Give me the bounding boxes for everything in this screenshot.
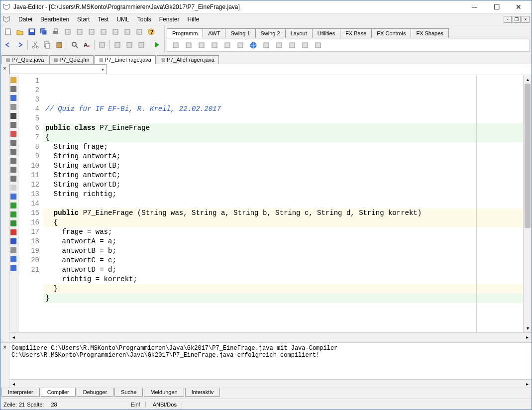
side-gray-rect-button[interactable] xyxy=(9,103,17,111)
menu-hilfe[interactable]: Hilfe xyxy=(183,14,203,24)
redo-button[interactable] xyxy=(14,39,25,50)
code-line-1[interactable]: // Quiz für IF EF-Bi, R. Krell, 22.02.20… xyxy=(43,104,523,114)
side-green-button[interactable] xyxy=(9,202,17,209)
bottom-tab-suche[interactable]: Suche xyxy=(114,388,143,397)
mdi-minimize-button[interactable]: - xyxy=(504,16,512,23)
side-green2-button[interactable] xyxy=(9,210,17,218)
side-table5-button[interactable] xyxy=(9,175,17,183)
console-scroll-left[interactable]: ◂ xyxy=(9,380,18,388)
file-tab-p7_quiz-jfm[interactable]: ⊠P7_Quiz.jfm xyxy=(49,55,94,64)
bottom-tab-interaktiv[interactable]: Interaktiv xyxy=(185,388,220,397)
save-all-button[interactable] xyxy=(38,26,49,37)
side-table4-button[interactable] xyxy=(9,166,17,174)
component-frame-t-button[interactable] xyxy=(287,40,298,51)
open-button[interactable] xyxy=(14,26,25,37)
code-line-7[interactable]: String antwortB; xyxy=(43,161,523,171)
print-button[interactable] xyxy=(50,26,61,37)
save-button[interactable] xyxy=(26,26,37,37)
side-bug2-button[interactable] xyxy=(9,228,17,236)
code-line-17[interactable]: antwortC = c; xyxy=(43,256,523,265)
indent-button[interactable] xyxy=(98,26,109,37)
code-line-3[interactable]: public class P7_EineFrage xyxy=(43,123,523,133)
struct-button[interactable] xyxy=(86,26,97,37)
bookmark-button[interactable] xyxy=(112,39,123,50)
watch-button[interactable] xyxy=(136,39,147,50)
side-bug-button[interactable] xyxy=(9,219,17,227)
bottom-tab-meldungen[interactable]: Meldungen xyxy=(144,388,184,397)
close-tab-icon[interactable]: ⊠ xyxy=(99,57,103,63)
code-line-11[interactable] xyxy=(43,199,523,208)
component-tab-utilities[interactable]: Utilities xyxy=(312,28,340,38)
side-table3-button[interactable] xyxy=(9,157,17,165)
component-new-file-button[interactable] xyxy=(170,40,181,51)
vertical-scrollbar[interactable]: ▴ ▾ xyxy=(523,75,532,332)
component-frame-l-button[interactable] xyxy=(222,40,233,51)
component-tab-awt[interactable]: AWT xyxy=(203,28,225,38)
code-line-12[interactable]: public P7_EineFrage (String was, String … xyxy=(43,208,523,218)
outdent-button[interactable] xyxy=(110,26,121,37)
code-line-9[interactable]: String antwortD; xyxy=(43,180,523,190)
horizontal-scrollbar[interactable]: ◂ ▸ xyxy=(9,332,532,341)
undo-list-button[interactable] xyxy=(62,26,73,37)
undo-button[interactable] xyxy=(2,39,13,50)
console-hscrollbar[interactable]: ◂ ▸ xyxy=(9,379,532,388)
menu-start[interactable]: Start xyxy=(73,14,94,24)
code-line-19[interactable]: richtig = korrekt; xyxy=(43,275,523,284)
component-tab-fx-shapes[interactable]: FX Shapes xyxy=(411,28,448,38)
maximize-button[interactable]: ☐ xyxy=(486,0,508,13)
side-rect-button[interactable] xyxy=(9,85,17,93)
code-line-14[interactable]: frage = was; xyxy=(43,227,523,237)
minimize-button[interactable]: ─ xyxy=(464,0,486,13)
side-gray-box-button[interactable] xyxy=(9,246,17,254)
scroll-left-button[interactable]: ◂ xyxy=(9,333,18,341)
code-line-10[interactable]: String richtig; xyxy=(43,190,523,199)
side-braces-button[interactable] xyxy=(9,112,17,120)
bottom-tab-interpreter[interactable]: Interpreter xyxy=(1,388,40,397)
bottom-tab-compiler[interactable]: Compiler xyxy=(41,388,76,397)
component-tab-fx-base[interactable]: FX Base xyxy=(340,28,372,38)
component-tab-programm[interactable]: Programm xyxy=(167,28,203,38)
console-scroll-right[interactable]: ▸ xyxy=(523,380,532,388)
component-open-file-button[interactable] xyxy=(183,40,194,51)
code-line-16[interactable]: antwortB = b; xyxy=(43,246,523,256)
close-button[interactable]: ✕ xyxy=(508,0,530,13)
brackets-button[interactable] xyxy=(122,26,133,37)
side-table-button[interactable] xyxy=(9,139,17,147)
scroll-thumb[interactable] xyxy=(525,84,531,228)
scroll-up-button[interactable]: ▴ xyxy=(524,75,532,84)
code-line-8[interactable]: String antwortC; xyxy=(43,171,523,180)
side-para-button[interactable] xyxy=(9,255,17,263)
copy-button[interactable] xyxy=(42,39,53,50)
menu-datei[interactable]: Datei xyxy=(14,14,36,24)
paste-button[interactable] xyxy=(54,39,65,50)
file-tab-p7_einefrage-java[interactable]: ⊠P7_EineFrage.java xyxy=(95,55,156,64)
menu-uml[interactable]: UML xyxy=(112,14,133,24)
side-table2-button[interactable] xyxy=(9,148,17,156)
copy-form-button[interactable] xyxy=(74,26,85,37)
code-content[interactable]: // Quiz für IF EF-Bi, R. Krell, 22.02.20… xyxy=(43,75,523,332)
code-line-15[interactable]: antwortA = a; xyxy=(43,237,523,246)
close-tab-icon[interactable]: ⊠ xyxy=(6,57,10,63)
component-panel-button[interactable] xyxy=(196,40,207,51)
side-bars-button[interactable] xyxy=(9,130,17,138)
component-tab-layout[interactable]: Layout xyxy=(285,28,313,38)
code-editor[interactable]: 123456789101112131415161718192021 // Qui… xyxy=(18,75,523,332)
component-globe-button[interactable] xyxy=(248,40,259,51)
close-editor-button[interactable]: × xyxy=(3,65,6,71)
component-tab-swing-1[interactable]: Swing 1 xyxy=(225,28,255,38)
code-line-20[interactable]: } xyxy=(43,284,523,294)
component-fx-button[interactable] xyxy=(313,40,323,51)
code-line-2[interactable] xyxy=(43,114,523,123)
member-dropdown[interactable] xyxy=(9,64,106,74)
component-panel2-button[interactable] xyxy=(261,40,272,51)
close-tab-icon[interactable]: ⊠ xyxy=(161,57,165,63)
menu-bearbeiten[interactable]: Bearbeiten xyxy=(36,14,73,24)
component-frame-r-button[interactable] xyxy=(235,40,246,51)
component-frame-s-button[interactable] xyxy=(274,40,285,51)
component-tab-fx-controls[interactable]: FX Controls xyxy=(371,28,411,38)
goto-button[interactable] xyxy=(97,39,107,50)
component-globe2-button[interactable] xyxy=(300,40,311,51)
bottom-tab-debugger[interactable]: Debugger xyxy=(77,388,113,397)
code-line-5[interactable]: String frage; xyxy=(43,142,523,152)
code-line-4[interactable]: { xyxy=(43,133,523,142)
